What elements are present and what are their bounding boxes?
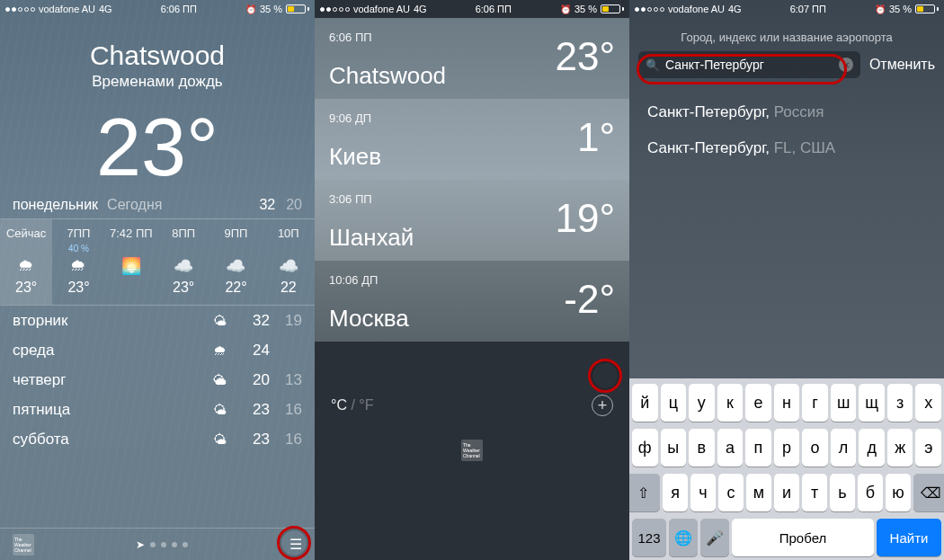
letter-key[interactable]: г [802,384,828,422]
add-city-search-screen: vodafone AU 4G 6:07 ПП ⏰ 35 % Город, инд… [629,0,944,560]
letter-key[interactable]: ц [661,384,687,422]
carrier-label: vodafone AU [668,4,725,14]
city-list-item[interactable]: 10:06 ДПМосква-2° [315,261,629,342]
weather-condition: Временами дождь [0,73,315,91]
search-input[interactable] [665,58,833,72]
city-list-item[interactable]: 6:06 ППChatswood23° [315,18,629,99]
today-summary-row: понедельник Сегодня 32 20 [0,188,315,219]
letter-key[interactable]: у [689,384,715,422]
search-result-item[interactable]: Санкт-Петербург, Россия [647,94,926,130]
status-bar: vodafone AU 4G 6:07 ПП ⏰ 35 % [629,0,944,18]
status-bar: vodafone AU 4G 6:06 ПП ⏰ 35 % [315,0,629,18]
letter-key[interactable]: м [746,474,771,511]
return-key[interactable]: Найти [877,519,941,556]
letter-key[interactable]: т [802,474,827,511]
letter-key[interactable]: с [718,474,744,511]
hourly-item: 10П☁️22 [263,219,315,305]
daily-row: четверг🌥2013 [0,365,315,395]
hourly-item: 7:42 ПП🌅 [105,219,157,305]
today-low: 20 [286,197,302,213]
mic-key[interactable]: 🎤 [700,519,729,556]
cancel-button[interactable]: Отменить [869,57,935,73]
letter-key[interactable]: ь [830,474,855,511]
letter-key[interactable]: я [663,474,688,511]
numbers-key[interactable]: 123 [632,519,666,556]
daily-row: суббота🌤2316 [0,424,315,454]
letter-key[interactable]: д [859,429,885,467]
search-result-item[interactable]: Санкт-Петербург, FL, США [647,130,926,166]
carrier-label: vodafone AU [353,4,410,14]
keyboard[interactable]: йцукенгшщзх фывапролджэ ⇧ячсмитьбю⌫ 123🌐… [629,378,944,560]
letter-key[interactable]: ы [661,429,687,467]
network-label: 4G [414,4,427,14]
battery-percent: 35 % [889,4,912,14]
city-list-item[interactable]: 9:06 ДПКиев1° [315,99,629,180]
city-list-item[interactable]: 3:06 ППШанхай19° [315,180,629,261]
daily-forecast[interactable]: вторник🌤3219среда🌧24четверг🌥2013пятница🌤… [0,306,315,454]
hourly-item: 8ПП☁️23° [157,219,209,305]
letter-key[interactable]: л [831,429,857,467]
letter-key[interactable]: й [632,384,658,422]
alarm-icon: ⏰ [560,4,571,14]
letter-key[interactable]: ч [690,474,716,511]
letter-key[interactable]: н [774,384,800,422]
signal-icon [320,7,350,12]
status-time: 6:07 ПП [790,4,826,14]
letter-key[interactable]: п [745,429,771,467]
letter-key[interactable]: о [802,429,828,467]
letter-key[interactable]: и [774,474,799,511]
battery-icon [915,4,939,13]
weather-channel-logo[interactable]: The Weather Channel [461,440,483,461]
letter-key[interactable]: ю [886,474,911,511]
letter-key[interactable]: з [887,384,913,422]
today-label: Сегодня [107,197,162,213]
letter-key[interactable]: а [717,429,744,467]
status-time: 6:06 ПП [161,4,197,14]
letter-key[interactable]: к [717,384,744,422]
search-icon: 🔍 [646,58,660,72]
status-bar: vodafone AU 4G 6:06 ПП ⏰ 35 % [0,0,315,18]
daily-row: пятница🌤2316 [0,395,315,424]
letter-key[interactable]: в [689,429,715,467]
signal-icon [635,7,664,12]
battery-icon [286,4,309,13]
space-key[interactable]: Пробел [732,519,874,556]
battery-percent: 35 % [574,4,597,14]
current-temperature: 23° [0,107,315,188]
unit-bar: °C / °F + [315,384,629,427]
daily-row: вторник🌤3219 [0,306,315,335]
status-time: 6:06 ПП [476,4,512,14]
hourly-forecast[interactable]: Сейчас🌧23°7ПП40 %🌧23°7:42 ПП🌅8ПП☁️23°9ПП… [0,219,315,306]
bottom-toolbar: The Weather Channel ➤ ☰ [0,528,315,560]
globe-key[interactable]: 🌐 [669,519,698,556]
letter-key[interactable]: ш [831,384,857,422]
alarm-icon: ⏰ [875,4,886,14]
city-name: Chatswood [0,40,315,71]
signal-icon [5,7,35,12]
letter-key[interactable]: щ [859,384,885,422]
letter-key[interactable]: ж [887,429,913,467]
battery-icon [601,4,624,13]
clear-search-button[interactable]: ✕ [839,58,853,72]
daily-row: среда🌧24 [0,335,315,365]
add-city-button[interactable]: + [592,395,613,416]
city-list-screen: vodafone AU 4G 6:06 ПП ⏰ 35 % 6:06 ППCha… [315,0,629,560]
letter-key[interactable]: р [774,429,800,467]
search-prompt: Город, индекс или название аэропорта [629,18,944,51]
search-field[interactable]: 🔍 ✕ [638,51,860,78]
backspace-key[interactable]: ⌫ [913,474,944,511]
letter-key[interactable]: э [915,429,941,467]
today-high: 32 [259,197,275,213]
letter-key[interactable]: е [745,384,771,422]
shift-key[interactable]: ⇧ [629,474,660,511]
page-indicator[interactable]: ➤ [136,538,188,551]
city-list-button[interactable]: ☰ [289,536,302,553]
location-arrow-icon: ➤ [136,538,145,551]
unit-toggle[interactable]: °C / °F [331,397,373,413]
letter-key[interactable]: ф [632,429,658,467]
hourly-item: 9ПП☁️22° [209,219,262,305]
hourly-item: 7ПП40 %🌧23° [52,219,104,305]
letter-key[interactable]: б [858,474,883,511]
letter-key[interactable]: х [915,384,941,422]
weather-channel-logo[interactable]: The Weather Channel [13,534,34,556]
